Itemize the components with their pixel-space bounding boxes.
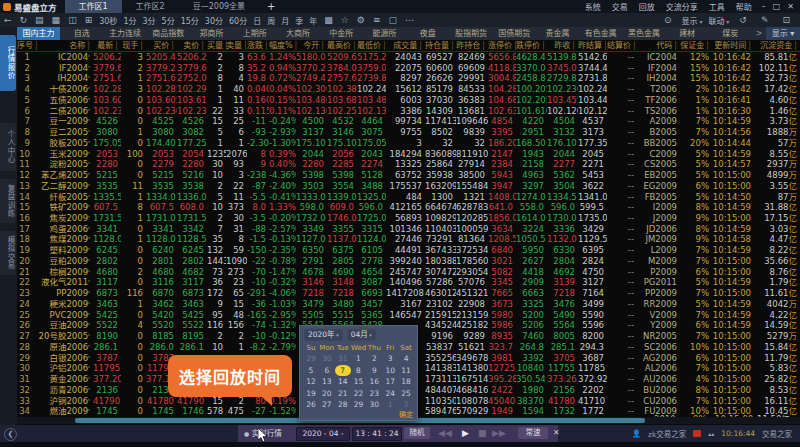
calendar-day[interactable]: 22 — [351, 388, 367, 400]
calendar-day[interactable]: 1 — [351, 353, 367, 365]
calendar-day[interactable]: 17 — [382, 376, 398, 388]
sidebar-tab-行情报价[interactable]: 行情报价 — [0, 35, 16, 91]
restore-icon[interactable]: □ — [773, 2, 781, 11]
speed-button[interactable]: 常速 — [518, 427, 548, 439]
table-row[interactable]: 15铁矿2009607.58607.5608.0103738.01.33%598… — [17, 202, 800, 213]
gear-icon[interactable]: ⚙ — [357, 15, 365, 25]
calendar-day[interactable]: 3 — [382, 353, 398, 365]
table-row[interactable]: 18焦煤20091128.011128.01128.5358-1.5-0.13%… — [17, 234, 800, 245]
save-icon[interactable]: ▤ — [35, 15, 44, 25]
menu-item[interactable]: 交易 — [612, 1, 628, 12]
table-row[interactable]: 11淀粉20052280022792280309390.40%228022852… — [17, 159, 800, 170]
calendar-day[interactable]: 29 — [351, 399, 367, 411]
market-tab-上期所[interactable]: 上期所 — [233, 27, 276, 40]
market-tab-国债期货[interactable]: 国债期货 — [493, 27, 536, 40]
more-icon[interactable]: ⋯ — [405, 15, 414, 25]
calendar-day[interactable]: 18 — [398, 376, 414, 388]
table-row[interactable]: 16焦炭20091731.511731.01731.5230-3.5-0.20%… — [17, 213, 800, 224]
folder-icon[interactable]: ▦ — [52, 15, 61, 25]
chart-icon[interactable]: ◫ — [68, 15, 77, 25]
year-select[interactable]: 2020年 — [304, 329, 343, 341]
period-button[interactable]: 5分 — [162, 17, 175, 26]
calendar-day[interactable]: 4 — [398, 353, 414, 365]
table-row[interactable]: 1IC20045206.235205.45206.22363.61.24%518… — [17, 52, 800, 63]
calendar-day[interactable]: 11 — [398, 365, 414, 377]
calendar-day[interactable]: 7 — [335, 365, 351, 377]
market-tab-股指期货[interactable]: 股指期货 — [449, 27, 492, 40]
clock-icon[interactable]: ⊙ — [664, 15, 672, 25]
market-tab-黑色金属[interactable]: 黑色金属 — [622, 27, 665, 40]
calendar-day[interactable]: 2 — [366, 353, 382, 365]
playback-time-field[interactable]: 13 : 41 : 24 ⇅ — [352, 427, 402, 441]
table-row[interactable]: 20豆粕2009280202801280214431090-22-0.78%27… — [17, 256, 800, 267]
tab-overflow-chevron[interactable]: > — [752, 27, 766, 40]
calendar-day[interactable]: 30 — [319, 353, 335, 365]
table-row[interactable]: 23PP200968731166870687317265-291-4.06%72… — [17, 288, 800, 299]
calendar-day[interactable]: 30 — [366, 399, 382, 411]
workspace-tab[interactable]: 豆—2009全景 — [179, 0, 259, 13]
table-row[interactable]: 24粳米20093463134623463915-36-1.03%3479348… — [17, 299, 800, 310]
edit-icon[interactable]: ✎ — [761, 15, 769, 25]
period-button[interactable]: 年 — [309, 17, 317, 26]
market-tab-煤炭[interactable]: 煤炭 — [709, 27, 752, 40]
calendar-day[interactable]: 6 — [319, 365, 335, 377]
tab-display-dropdown[interactable]: 显示 ▾ — [766, 27, 800, 40]
table-row[interactable]: 19塑料2009624506240624513259-150-2.35%6350… — [17, 245, 800, 256]
calendar-day[interactable]: 13 — [319, 376, 335, 388]
calendar-day[interactable]: 12 — [303, 376, 319, 388]
market-tab-郑商所[interactable]: 郑商所 — [190, 27, 233, 40]
calendar-day[interactable]: 1 — [382, 399, 398, 411]
table-row[interactable]: 13乙二醇200935351135353538222-87-2.40%35033… — [17, 181, 800, 192]
collapse-bar-button[interactable]: ❮ — [4, 428, 17, 441]
menu-item[interactable]: 帮助 — [736, 1, 752, 12]
expand-icon[interactable]: ⊡ — [782, 15, 790, 25]
market-tab-商品指数[interactable]: 商品指数 — [147, 27, 190, 40]
calendar-day[interactable]: 10 — [382, 365, 398, 377]
grid-icon[interactable]: ⊞ — [85, 15, 93, 25]
play-icon[interactable]: ▶ — [462, 427, 469, 439]
indicator-icon[interactable]: ▩ — [324, 15, 333, 25]
new-workspace-button[interactable]: + — [267, 1, 275, 12]
table-row[interactable]: 14纤板20051335.511334.01336.0511-5.5-0.41%… — [17, 192, 800, 203]
username[interactable]: zk交易之家 — [648, 428, 686, 439]
market-tab-主力连续[interactable]: 主力连续 — [103, 27, 146, 40]
sync-icon[interactable]: ↺ — [739, 15, 747, 25]
calendar-day[interactable]: 9 — [366, 365, 382, 377]
table-row[interactable]: 12苯乙烯20055215052155216103-238-4.36%53985… — [17, 170, 800, 181]
fast-forward-icon[interactable]: ▶▶ — [492, 427, 506, 439]
market-tab-中金所[interactable]: 中金所 — [320, 27, 363, 40]
stop-icon[interactable]: ■ — [478, 427, 487, 439]
period-button[interactable]: 30秒 — [99, 17, 117, 26]
close-playback-icon[interactable]: ✕ — [553, 427, 560, 439]
back-icon[interactable]: ← — [4, 15, 12, 25]
market-tab-大商所[interactable]: 大商所 — [276, 27, 319, 40]
table-row[interactable]: 21棕榈2009468024680468273273-70-1.47%46784… — [17, 267, 800, 278]
table-row[interactable]: 6二债2006102.2350102.230102.23522330.1150.… — [17, 106, 800, 117]
calendar-day[interactable]: 8 — [351, 365, 367, 377]
playback-date-field[interactable]: 2020 - 04 - 07 ⇅ — [296, 427, 350, 441]
table-row[interactable]: 9胶板2005175.050174.40177.2511-2.30-1.30%1… — [17, 138, 800, 149]
period-button[interactable]: 季 — [295, 17, 303, 26]
calendar-day[interactable]: 14 — [335, 376, 351, 388]
market-tab-贵金属[interactable]: 贵金属 — [536, 27, 579, 40]
table-row[interactable]: 2IF20043779.623779.23779.62835.20.94%377… — [17, 63, 800, 74]
period-button[interactable]: 60分 — [229, 17, 247, 26]
period-button[interactable]: 日 — [253, 17, 261, 26]
calendar-confirm-link[interactable]: 确定 — [399, 409, 413, 419]
period-button[interactable]: 15分 — [181, 17, 199, 26]
market-tab-夜盘[interactable]: 夜盘 — [406, 27, 449, 40]
period-button[interactable]: 3分 — [142, 17, 155, 26]
refresh-icon[interactable]: ↻ — [20, 15, 28, 25]
market-tab-自选[interactable]: 自选 — [60, 27, 103, 40]
menu-item[interactable]: 回放 — [639, 1, 655, 12]
calendar-day[interactable]: 23 — [366, 388, 382, 400]
random-button[interactable]: 随机 — [404, 427, 430, 439]
menu-item[interactable]: 交流分享 — [666, 1, 698, 12]
period-button[interactable]: 周 — [267, 17, 275, 26]
table-row[interactable]: 4十债2006102.2853102.285102.2901400.0400.0… — [17, 84, 800, 95]
table-row[interactable]: 10玉米20092053100205320541235207680.39%204… — [17, 149, 800, 160]
workspace-tab[interactable]: 工作区2 — [122, 0, 179, 13]
calendar-day[interactable]: 26 — [303, 399, 319, 411]
sidebar-tab-复盘训练[interactable]: 复盘训练 — [0, 179, 16, 223]
table-row[interactable]: 8豆二2005308013080308256-93-2.93%313731463… — [17, 127, 800, 138]
